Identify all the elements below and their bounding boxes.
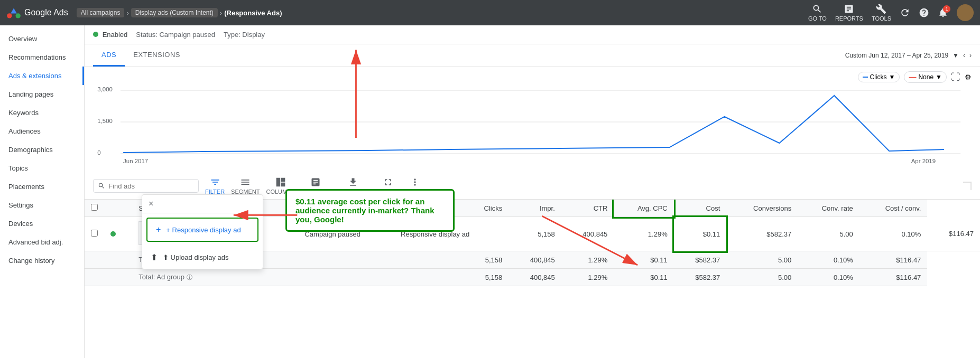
svg-point-0 — [16, 13, 21, 18]
chart-columns-button[interactable]: ⚙ — [965, 73, 972, 81]
row-clicks: 5,158 — [509, 217, 561, 251]
search-input[interactable] — [108, 182, 194, 190]
row-checkbox-cell — [85, 217, 104, 251]
metric2-dropdown-icon: ▼ — [936, 73, 942, 81]
breadcrumb-all-campaigns[interactable]: All campaigns — [77, 8, 125, 17]
callout-text: $0.11 average cost per click for an audi… — [295, 197, 434, 224]
goto-button[interactable]: GO TO — [808, 4, 827, 22]
svg-text:Jun 2017: Jun 2017 — [123, 158, 148, 164]
row-cost: $582.37 — [726, 217, 798, 251]
row-cost-conv: $116.47 — [927, 217, 980, 251]
total1-impr: 400,845 — [509, 251, 561, 269]
breadcrumb-sep2: › — [220, 9, 222, 17]
ad-type-popup-menu: × + + Responsive display ad ⬆ ⬆ Upload d… — [142, 194, 263, 269]
th-conversions[interactable]: Conversions — [726, 200, 798, 217]
segment-button[interactable]: SEGMENT — [231, 177, 260, 195]
goto-label: GO TO — [808, 15, 827, 22]
plus-icon: + — [156, 225, 161, 234]
sidebar-item-devices[interactable]: Devices — [0, 214, 84, 233]
columns-icon — [275, 177, 286, 187]
more-icon — [410, 177, 420, 187]
sidebar-item-keywords[interactable]: Keywords — [0, 103, 84, 122]
avatar[interactable] — [957, 4, 974, 21]
th-ctr[interactable]: CTR — [561, 200, 614, 217]
responsive-display-ad-button[interactable]: + + Responsive display ad — [146, 218, 258, 242]
row-ctr: 1.29% — [614, 217, 673, 251]
help-circle-icon-2: ⓘ — [187, 274, 192, 280]
sidebar-item-settings[interactable]: Settings — [0, 196, 84, 214]
prev-period-button[interactable]: ‹ — [963, 52, 965, 59]
svg-text:3,000: 3,000 — [97, 86, 113, 92]
sidebar-item-landing-pages[interactable]: Landing pages — [0, 85, 84, 103]
tab-ads[interactable]: ADS — [93, 44, 125, 67]
notification-badge: 1 — [943, 5, 950, 13]
sidebar-item-advanced-bid[interactable]: Advanced bid adj. — [0, 233, 84, 251]
row-status-dot-cell — [104, 217, 132, 251]
sidebar-item-overview[interactable]: Overview — [0, 30, 84, 48]
tools-button[interactable]: TOOLS — [872, 4, 891, 22]
th-checkbox — [85, 200, 104, 217]
upload-ads-label: ⬆ Upload display ads — [163, 253, 228, 261]
row-checkbox[interactable] — [91, 230, 98, 237]
tabs-bar: ADS EXTENSIONS Custom Jun 12, 2017 – Apr… — [85, 44, 980, 67]
chart-area: Clicks ▼ — None ▼ ⛶ ⚙ 3,000 1,500 0 — [85, 67, 980, 173]
next-period-button[interactable]: › — [969, 52, 972, 59]
th-avg-cpc[interactable]: Avg. CPC — [614, 200, 673, 217]
upload-display-ads-button[interactable]: ⬆ ⬆ Upload display ads — [142, 246, 263, 269]
popup-close-button[interactable]: × — [149, 199, 153, 209]
breadcrumb-responsive-ads[interactable]: (Responsive Ads) — [224, 9, 282, 17]
scroll-up-button[interactable] — [963, 182, 972, 190]
metric2-dash: — — [909, 73, 916, 81]
date-range-selector[interactable]: Custom Jun 12, 2017 – Apr 25, 2019 ▼ ‹ › — [845, 52, 972, 59]
status-bar: Enabled Status: Campaign paused Type: Di… — [85, 25, 980, 44]
nav-right: GO TO REPORTS TOOLS 1 — [808, 4, 974, 22]
svg-text:0: 0 — [97, 149, 100, 156]
enabled-badge: Enabled — [93, 31, 127, 39]
row-impr: 400,845 — [561, 217, 614, 251]
notifications-button[interactable]: 1 — [938, 7, 948, 18]
sidebar-item-topics[interactable]: Topics — [0, 159, 84, 177]
th-cost[interactable]: Cost — [674, 200, 727, 217]
date-dropdown-icon: ▼ — [953, 52, 959, 59]
campaign-status: Status: Campaign paused — [136, 31, 215, 39]
top-nav: Google Ads All campaigns › Display ads (… — [0, 0, 980, 25]
reports-button[interactable]: REPORTS — [835, 4, 863, 22]
total2-avg-cpc: $0.11 — [614, 269, 673, 286]
refresh-button[interactable] — [900, 7, 910, 18]
svg-text:1,500: 1,500 — [97, 118, 113, 124]
sidebar-item-placements[interactable]: Placements — [0, 177, 84, 196]
breadcrumb-display-ads[interactable]: Display ads (Custom Intent) — [131, 8, 218, 17]
total2-conv-rate: 0.10% — [798, 269, 859, 286]
tab-extensions[interactable]: EXTENSIONS — [125, 44, 189, 67]
total-row-2: Total: Ad group ⓘ 5,158 400,845 1.29% $0… — [85, 269, 980, 286]
segment-icon — [240, 177, 251, 187]
metric1-dropdown-icon: ▼ — [889, 73, 895, 81]
row-status-dot — [110, 231, 116, 237]
sidebar-item-change-history[interactable]: Change history — [0, 251, 84, 270]
sidebar-item-ads-extensions[interactable]: Ads & extensions — [0, 67, 84, 85]
sidebar-item-demographics[interactable]: Demographics — [0, 140, 84, 159]
metric2-label: None — [918, 73, 933, 81]
sidebar-item-recommendations[interactable]: Recommendations — [0, 48, 84, 67]
select-all-checkbox[interactable] — [91, 204, 98, 211]
metric2-selector[interactable]: — None ▼ — [904, 71, 947, 83]
enabled-dot — [93, 32, 98, 37]
filter-button[interactable]: FILTER — [205, 177, 225, 195]
total1-cost: $582.37 — [674, 251, 727, 269]
th-impr[interactable]: Impr. — [509, 200, 561, 217]
popup-header: × — [142, 195, 263, 213]
total2-cost-conv: $116.47 — [859, 269, 928, 286]
campaign-type: Type: Display — [224, 31, 265, 39]
th-conv-rate[interactable]: Conv. rate — [798, 200, 859, 217]
responsive-ad-label: + Responsive display ad — [166, 226, 241, 234]
logo: Google Ads — [6, 5, 68, 20]
sidebar-item-audiences[interactable]: Audiences — [0, 122, 84, 140]
reports-label: REPORTS — [835, 15, 863, 22]
download-icon — [348, 177, 358, 187]
help-button[interactable] — [919, 7, 929, 18]
metric1-selector[interactable]: Clicks ▼ — [858, 72, 900, 82]
total1-cost-conv: $116.47 — [859, 251, 928, 269]
total1-conv-rate: 0.10% — [798, 251, 859, 269]
chart-expand-button[interactable]: ⛶ — [951, 72, 960, 83]
th-cost-conv[interactable]: Cost / conv. — [859, 200, 928, 217]
